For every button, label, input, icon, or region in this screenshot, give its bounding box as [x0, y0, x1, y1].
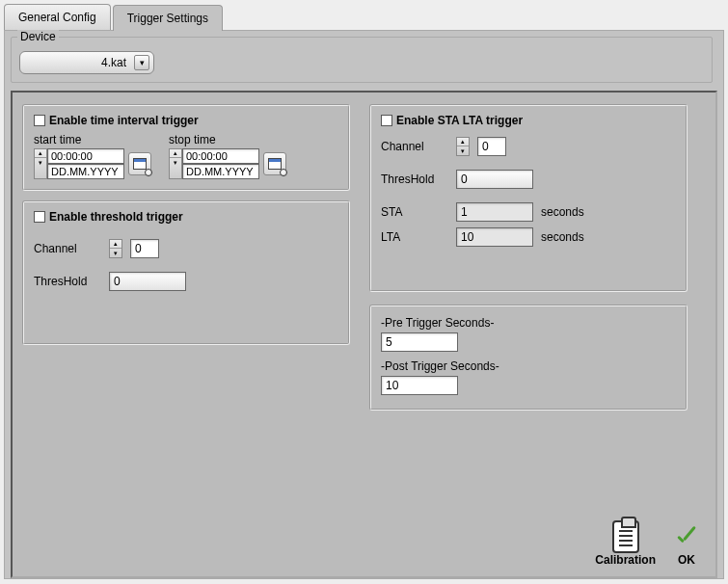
sta-thres-label: ThresHold	[381, 173, 448, 186]
sta-channel-field[interactable]: 0	[477, 137, 506, 156]
clipboard-icon	[612, 520, 639, 553]
footer-buttons: Calibration OK	[595, 520, 700, 567]
sta-label: STA	[381, 205, 448, 219]
stop-date-field[interactable]: DD.MM.YYYY	[182, 164, 259, 179]
calendar-icon	[133, 158, 147, 170]
threshold-thres-field[interactable]: 0	[109, 272, 186, 291]
post-trigger-label: -Post Trigger Seconds-	[381, 359, 676, 373]
panel-time-interval: Enable time interval trigger start time …	[22, 104, 350, 191]
checkbox-time-interval[interactable]	[34, 115, 45, 126]
panel-pre-post: -Pre Trigger Seconds- 5 -Post Trigger Se…	[369, 305, 688, 411]
stop-time-label: stop time	[169, 133, 286, 146]
pre-trigger-field[interactable]: 5	[381, 332, 458, 352]
calendar-icon	[268, 158, 282, 170]
check-icon	[673, 526, 700, 553]
tab-trigger-label: Trigger Settings	[127, 12, 208, 25]
pre-trigger-label: -Pre Trigger Seconds-	[381, 316, 676, 330]
panel-sta-lta: Enable STA LTA trigger Channel ▴▾ 0 Thre…	[369, 104, 688, 292]
threshold-thres-label: ThresHold	[34, 275, 101, 288]
ok-button[interactable]: OK	[673, 526, 700, 567]
main-area: Enable time interval trigger start time …	[11, 91, 717, 578]
tab-bar: General Config Trigger Settings	[0, 0, 728, 30]
lta-label: LTA	[381, 230, 448, 244]
stop-time-field[interactable]: 00:00:00	[182, 148, 259, 164]
magnifier-icon	[280, 169, 287, 176]
start-calendar-button[interactable]	[128, 152, 151, 175]
checkbox-sta-lta[interactable]	[381, 115, 392, 126]
start-time-field[interactable]: 00:00:00	[47, 148, 124, 164]
title-sta-lta: Enable STA LTA trigger	[396, 114, 523, 127]
title-time-interval: Enable time interval trigger	[49, 114, 199, 127]
stop-calendar-button[interactable]	[263, 152, 286, 175]
start-date-field[interactable]: DD.MM.YYYY	[47, 164, 124, 179]
tab-general-config[interactable]: General Config	[4, 4, 111, 30]
ok-label: OK	[678, 553, 695, 567]
start-time-label: start time	[34, 133, 151, 146]
device-selected: 4.kat	[101, 56, 126, 69]
sta-field[interactable]: 1	[456, 202, 533, 222]
title-threshold: Enable threshold trigger	[49, 210, 183, 224]
calibration-label: Calibration	[595, 553, 656, 567]
threshold-channel-spinner[interactable]: ▴▾	[109, 239, 122, 258]
lta-field[interactable]: 10	[456, 227, 533, 247]
start-time-spinner[interactable]: ▴▾	[34, 148, 47, 179]
threshold-channel-label: Channel	[34, 242, 101, 255]
sta-thres-field[interactable]: 0	[456, 170, 533, 189]
checkbox-threshold[interactable]	[34, 211, 45, 223]
magnifier-icon	[145, 169, 152, 176]
post-trigger-field[interactable]: 10	[381, 376, 458, 395]
device-group: Device 4.kat ▾	[11, 37, 713, 83]
stop-time-spinner[interactable]: ▴▾	[169, 148, 182, 179]
device-dropdown[interactable]: 4.kat ▾	[19, 51, 154, 74]
page-content: Device 4.kat ▾ Enable time interval trig…	[4, 30, 724, 579]
sta-channel-spinner[interactable]: ▴▾	[456, 137, 470, 156]
threshold-channel-field[interactable]: 0	[130, 239, 159, 258]
sta-seconds-label: seconds	[541, 205, 584, 219]
device-label: Device	[17, 30, 59, 43]
chevron-down-icon[interactable]: ▾	[134, 55, 149, 70]
tab-trigger-settings[interactable]: Trigger Settings	[113, 5, 223, 31]
tab-general-label: General Config	[18, 11, 96, 24]
lta-seconds-label: seconds	[541, 230, 584, 244]
sta-channel-label: Channel	[381, 140, 448, 153]
panel-threshold: Enable threshold trigger Channel ▴▾ 0 Th…	[22, 200, 350, 345]
calibration-button[interactable]: Calibration	[595, 520, 656, 567]
